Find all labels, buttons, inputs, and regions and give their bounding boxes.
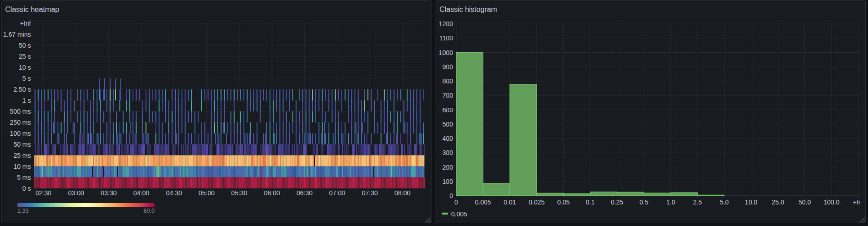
svg-text:0: 0 bbox=[449, 192, 453, 199]
svg-text:250 ms: 250 ms bbox=[10, 119, 31, 126]
svg-text:50 s: 50 s bbox=[19, 42, 31, 49]
svg-text:50 ms: 50 ms bbox=[13, 141, 31, 148]
svg-text:0 s: 0 s bbox=[22, 185, 31, 192]
svg-text:03:30: 03:30 bbox=[101, 189, 117, 197]
svg-text:5.0: 5.0 bbox=[720, 198, 729, 206]
svg-text:100 ms: 100 ms bbox=[10, 130, 31, 137]
svg-text:400: 400 bbox=[442, 135, 453, 142]
svg-text:60.0: 60.0 bbox=[144, 208, 155, 214]
svg-text:2.5: 2.5 bbox=[693, 198, 702, 206]
svg-text:02:30: 02:30 bbox=[35, 189, 51, 197]
svg-text:700: 700 bbox=[442, 92, 453, 99]
svg-text:1000: 1000 bbox=[439, 49, 453, 56]
svg-text:1100: 1100 bbox=[439, 34, 453, 42]
svg-text:5 s: 5 s bbox=[22, 75, 31, 82]
svg-text:04:30: 04:30 bbox=[166, 189, 182, 197]
svg-text:0.1: 0.1 bbox=[586, 198, 595, 206]
svg-text:0.025: 0.025 bbox=[528, 198, 545, 206]
svg-text:10 ms: 10 ms bbox=[13, 163, 31, 170]
svg-text:Classic histogram: Classic histogram bbox=[439, 6, 497, 13]
svg-text:08:00: 08:00 bbox=[394, 189, 410, 197]
svg-text:03:00: 03:00 bbox=[68, 189, 84, 197]
svg-text:+Inf: +Inf bbox=[853, 198, 864, 206]
svg-text:06:00: 06:00 bbox=[264, 189, 280, 197]
svg-text:1.33: 1.33 bbox=[17, 208, 28, 214]
svg-text:06:30: 06:30 bbox=[297, 189, 313, 197]
svg-text:04:00: 04:00 bbox=[133, 189, 149, 197]
svg-text:10 s: 10 s bbox=[19, 64, 31, 71]
svg-text:0.5: 0.5 bbox=[639, 198, 648, 206]
svg-text:25.0: 25.0 bbox=[771, 198, 784, 206]
svg-text:0.01: 0.01 bbox=[504, 198, 516, 206]
svg-text:600: 600 bbox=[442, 106, 453, 114]
svg-text:1.0: 1.0 bbox=[666, 198, 675, 206]
svg-text:200: 200 bbox=[442, 164, 453, 171]
svg-text:25 s: 25 s bbox=[19, 53, 31, 60]
svg-text:50.0: 50.0 bbox=[798, 198, 811, 206]
svg-text:800: 800 bbox=[442, 77, 453, 85]
svg-text:07:00: 07:00 bbox=[329, 189, 345, 197]
svg-text:5 ms: 5 ms bbox=[17, 174, 31, 181]
svg-text:07:30: 07:30 bbox=[362, 189, 378, 197]
svg-text:0.25: 0.25 bbox=[611, 198, 623, 206]
svg-text:500 ms: 500 ms bbox=[10, 108, 31, 115]
svg-text:0.05: 0.05 bbox=[557, 198, 570, 206]
svg-text:Classic heatmap: Classic heatmap bbox=[5, 6, 59, 13]
svg-text:1 s: 1 s bbox=[22, 97, 31, 104]
svg-text:1.67 mins: 1.67 mins bbox=[3, 31, 31, 38]
svg-text:25 ms: 25 ms bbox=[13, 152, 31, 159]
svg-text:100: 100 bbox=[442, 178, 453, 185]
svg-text:05:00: 05:00 bbox=[199, 189, 215, 197]
svg-text:0.005: 0.005 bbox=[475, 198, 491, 206]
svg-text:100.0: 100.0 bbox=[824, 198, 840, 206]
svg-text:900: 900 bbox=[442, 63, 453, 71]
svg-text:300: 300 bbox=[442, 149, 453, 156]
svg-text:0: 0 bbox=[454, 198, 458, 206]
svg-text:10.0: 10.0 bbox=[745, 198, 757, 206]
svg-text:0.005: 0.005 bbox=[451, 210, 467, 218]
svg-text:+Inf: +Inf bbox=[20, 20, 31, 27]
svg-text:2.50 s: 2.50 s bbox=[13, 86, 31, 93]
svg-text:1200: 1200 bbox=[439, 20, 453, 28]
svg-text:500: 500 bbox=[442, 121, 453, 128]
svg-text:05:30: 05:30 bbox=[231, 189, 247, 197]
